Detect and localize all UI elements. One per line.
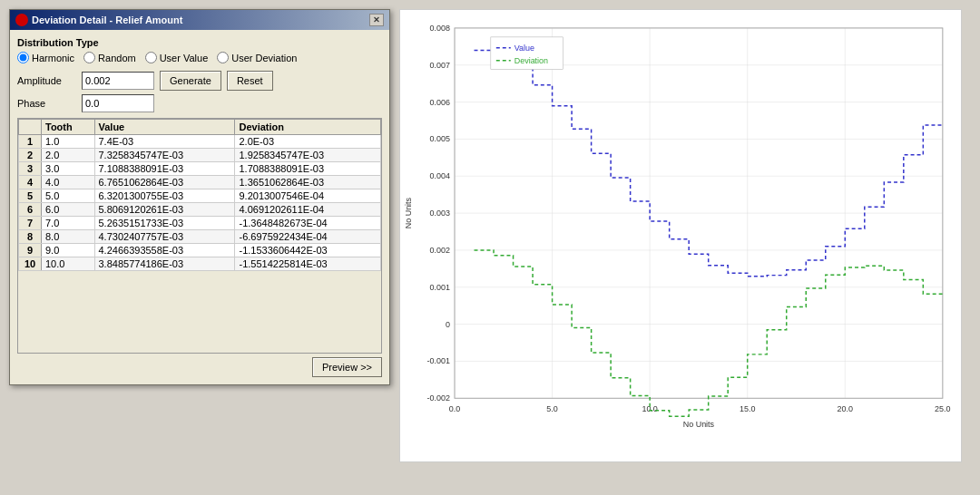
row-num: 4: [19, 176, 42, 189]
row-tooth: 5.0: [42, 189, 95, 203]
row-num: 8: [19, 230, 42, 244]
row-num: 5: [19, 189, 42, 203]
row-deviation: 2.0E-03: [235, 135, 381, 149]
chart-svg: 0.008 0.007 0.006 0.005 0.004 0.003 0.00…: [400, 10, 961, 461]
reset-button[interactable]: Reset: [227, 71, 273, 91]
chart-panel: 0.008 0.007 0.006 0.005 0.004 0.003 0.00…: [399, 9, 962, 462]
dialog-title: Deviation Detail - Relief Amount: [32, 15, 182, 25]
row-value: 4.2466393558E-03: [94, 244, 235, 257]
svg-text:Deviation: Deviation: [514, 56, 548, 65]
row-tooth: 1.0: [42, 135, 95, 149]
amplitude-row: Amplitude Generate Reset: [17, 71, 382, 91]
svg-text:0.005: 0.005: [430, 134, 450, 143]
radio-random[interactable]: Random: [83, 52, 136, 63]
row-value: 6.3201300755E-03: [94, 189, 235, 203]
svg-text:-0.002: -0.002: [427, 393, 450, 403]
row-tooth: 9.0: [42, 244, 95, 257]
svg-text:0.007: 0.007: [430, 61, 450, 70]
col-deviation: Deviation: [235, 120, 381, 135]
table-row: 10 10.0 3.8485774186E-03 -1.5514225814E-…: [19, 257, 381, 271]
row-tooth: 8.0: [42, 230, 95, 244]
svg-text:0.006: 0.006: [430, 98, 450, 107]
row-value: 7.3258345747E-03: [94, 149, 235, 162]
svg-text:0.004: 0.004: [430, 171, 450, 180]
dialog-window: Deviation Detail - Relief Amount ✕ Distr…: [9, 9, 390, 385]
close-button[interactable]: ✕: [369, 14, 384, 26]
row-tooth: 3.0: [42, 162, 95, 176]
table-row: 9 9.0 4.2466393558E-03 -1.1533606442E-03: [19, 244, 381, 257]
radio-user-value[interactable]: User Value: [145, 52, 209, 63]
row-num: 3: [19, 162, 42, 176]
row-num: 7: [19, 217, 42, 230]
row-num: 1: [19, 135, 42, 149]
table-row: 4 4.0 6.7651062864E-03 1.3651062864E-03: [19, 176, 381, 189]
radio-user-deviation[interactable]: User Deviation: [217, 52, 297, 63]
amplitude-input[interactable]: [82, 72, 154, 90]
col-tooth: Tooth: [42, 120, 95, 135]
svg-rect-0: [400, 10, 961, 461]
row-tooth: 10.0: [42, 257, 95, 271]
row-deviation: -6.6975922434E-04: [235, 230, 381, 244]
phase-input[interactable]: [82, 94, 154, 112]
titlebar-left: Deviation Detail - Relief Amount: [15, 14, 182, 26]
phase-label: Phase: [17, 98, 76, 109]
row-tooth: 2.0: [42, 149, 95, 162]
svg-text:0.002: 0.002: [430, 246, 450, 255]
table-row: 2 2.0 7.3258345747E-03 1.9258345747E-03: [19, 149, 381, 162]
svg-text:No Units: No Units: [683, 420, 715, 429]
preview-button[interactable]: Preview >>: [312, 357, 382, 377]
row-deviation: 1.7088388091E-03: [235, 162, 381, 176]
row-value: 4.7302407757E-03: [94, 230, 235, 244]
row-deviation: -1.5514225814E-03: [235, 257, 381, 271]
svg-text:0.001: 0.001: [430, 283, 450, 292]
col-value: Value: [94, 120, 235, 135]
amplitude-label: Amplitude: [17, 75, 76, 86]
dialog-body: Distribution Type Harmonic Random User V…: [10, 30, 389, 384]
phase-row: Phase: [17, 94, 382, 112]
table-row: 6 6.0 5.8069120261E-03 4.0691202611E-04: [19, 203, 381, 217]
row-deviation: -1.3648482673E-04: [235, 217, 381, 230]
svg-text:0.003: 0.003: [430, 209, 450, 218]
table-row: 8 8.0 4.7302407757E-03 -6.6975922434E-04: [19, 230, 381, 244]
row-tooth: 4.0: [42, 176, 95, 189]
svg-text:0.008: 0.008: [430, 24, 450, 33]
row-deviation: 4.0691202611E-04: [235, 203, 381, 217]
row-deviation: -1.1533606442E-03: [235, 244, 381, 257]
table-row: 3 3.0 7.1088388091E-03 1.7088388091E-03: [19, 162, 381, 176]
radio-group: Harmonic Random User Value User Deviatio…: [17, 52, 382, 63]
table-row: 7 7.0 5.2635151733E-03 -1.3648482673E-04: [19, 217, 381, 230]
preview-row: Preview >>: [17, 357, 382, 377]
desktop: Deviation Detail - Relief Amount ✕ Distr…: [0, 0, 980, 495]
row-value: 7.4E-03: [94, 135, 235, 149]
distribution-type-label: Distribution Type: [17, 37, 382, 48]
row-num: 6: [19, 203, 42, 217]
row-deviation: 1.9258345747E-03: [235, 149, 381, 162]
svg-text:20.0: 20.0: [838, 404, 853, 413]
row-deviation: 9.2013007546E-04: [235, 189, 381, 203]
row-value: 5.8069120261E-03: [94, 203, 235, 217]
table-row: 1 1.0 7.4E-03 2.0E-03: [19, 135, 381, 149]
data-table-container: Tooth Value Deviation 1 1.0 7.4E-03 2.0E…: [17, 118, 382, 354]
svg-text:15.0: 15.0: [740, 404, 755, 413]
radio-harmonic[interactable]: Harmonic: [17, 52, 74, 63]
row-tooth: 6.0: [42, 203, 95, 217]
row-num: 10: [19, 257, 42, 271]
row-num: 9: [19, 244, 42, 257]
generate-button[interactable]: Generate: [160, 71, 221, 91]
row-value: 3.8485774186E-03: [94, 257, 235, 271]
svg-text:Value: Value: [514, 44, 534, 53]
titlebar: Deviation Detail - Relief Amount ✕: [10, 10, 389, 30]
col-num: [19, 120, 42, 135]
row-deviation: 1.3651062864E-03: [235, 176, 381, 189]
row-num: 2: [19, 149, 42, 162]
svg-text:25.0: 25.0: [935, 404, 950, 413]
svg-text:No Units: No Units: [404, 197, 413, 228]
data-table: Tooth Value Deviation 1 1.0 7.4E-03 2.0E…: [18, 119, 381, 271]
svg-text:0: 0: [446, 320, 450, 329]
table-row: 5 5.0 6.3201300755E-03 9.2013007546E-04: [19, 189, 381, 203]
row-tooth: 7.0: [42, 217, 95, 230]
row-value: 7.1088388091E-03: [94, 162, 235, 176]
row-value: 6.7651062864E-03: [94, 176, 235, 189]
row-value: 5.2635151733E-03: [94, 217, 235, 230]
svg-text:-0.001: -0.001: [427, 356, 450, 365]
